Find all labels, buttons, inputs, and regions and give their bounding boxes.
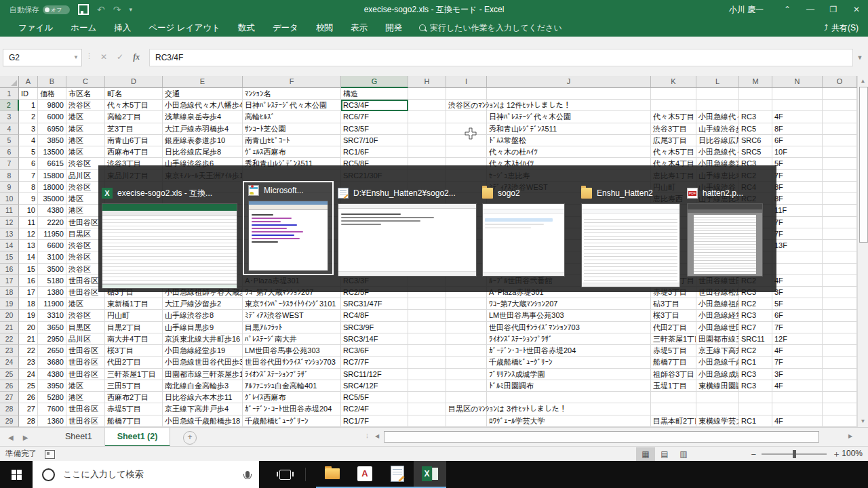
cell-B20[interactable]: 3310: [38, 310, 66, 321]
scroll-right-icon[interactable]: ▶: [845, 431, 856, 442]
cell-N20[interactable]: 6F: [772, 310, 823, 321]
cell-I29[interactable]: [446, 415, 487, 427]
scroll-left-icon[interactable]: ◀: [372, 431, 382, 442]
cell-H22[interactable]: [408, 333, 446, 345]
enter-icon[interactable]: ✓: [117, 52, 123, 62]
cell-E21[interactable]: 山手線目黒歩9: [163, 322, 243, 333]
cell-C22[interactable]: 品川区: [66, 333, 105, 345]
cell-F20[interactable]: ﾐﾃﾞｨｱｽ渋谷WEST: [243, 310, 341, 321]
cell-A14[interactable]: 13: [19, 240, 38, 251]
cell-H26[interactable]: [408, 380, 446, 392]
row-header-28[interactable]: 28: [0, 403, 19, 415]
qat-customize-icon[interactable]: ▾: [129, 6, 132, 13]
window-thumbnail-2[interactable]: D:¥Enshu_Hatten2¥sogo2...: [338, 188, 477, 277]
row-header-1[interactable]: 1: [0, 88, 19, 100]
row-header-7[interactable]: 7: [0, 158, 19, 169]
col-header-M[interactable]: M: [739, 76, 772, 88]
row-header-18[interactable]: 18: [0, 287, 19, 298]
cell-B5[interactable]: 3850: [38, 135, 66, 146]
cell-K22[interactable]: 三軒茶屋1丁目: [651, 333, 696, 345]
row-header-2[interactable]: 2: [0, 100, 19, 111]
cell-B19[interactable]: 11900: [38, 298, 66, 310]
cell-N19[interactable]: 5F: [772, 298, 823, 310]
cell-H20[interactable]: [408, 310, 446, 321]
window-thumbnail-0[interactable]: Xexecise-sogo2.xls - 互換...: [102, 188, 237, 289]
row-header-26[interactable]: 26: [0, 380, 19, 392]
cell-H2[interactable]: [408, 100, 446, 111]
row-header-9[interactable]: 9: [0, 182, 19, 193]
cell-N22[interactable]: 12F: [772, 333, 823, 345]
cell-O28[interactable]: [823, 403, 857, 415]
cell-L24[interactable]: 小田急線千歳船橋: [696, 357, 739, 368]
scroll-down-icon[interactable]: ▼: [858, 416, 868, 427]
cell-I22[interactable]: [446, 333, 487, 345]
cell-N9[interactable]: 8F: [772, 182, 823, 193]
col-header-A[interactable]: A: [19, 76, 38, 88]
cell-H1[interactable]: [408, 88, 446, 100]
cell-B6[interactable]: 13500: [38, 146, 66, 158]
sheet-nav-left-icon[interactable]: ◀: [8, 434, 14, 441]
account-name[interactable]: 小川 慶一: [729, 4, 764, 16]
cell-D28[interactable]: 赤堤5丁目: [105, 403, 163, 415]
cell-L26[interactable]: 東横線田園調布: [696, 380, 739, 392]
zoom-level[interactable]: 100%: [842, 447, 863, 462]
horizontal-scroll-thumb[interactable]: [384, 431, 819, 443]
cell-A28[interactable]: 27: [19, 403, 38, 415]
cell-C29[interactable]: 世田谷区: [66, 415, 105, 427]
cell-O22[interactable]: [823, 333, 857, 345]
tab-scroll-splitter[interactable]: ⫶: [366, 430, 372, 443]
cell-G19[interactable]: SRC31/47F: [341, 298, 408, 310]
cell-G5[interactable]: SRC7/10F: [341, 135, 408, 146]
cell-O29[interactable]: [823, 415, 857, 427]
cell-A26[interactable]: 25: [19, 380, 38, 392]
cell-B22[interactable]: 2950: [38, 333, 66, 345]
cell-E27[interactable]: 日比谷線六本木歩11: [163, 392, 243, 403]
cell-E3[interactable]: 浅草線泉岳寺歩4: [163, 111, 243, 123]
row-header-5[interactable]: 5: [0, 135, 19, 146]
cell-B16[interactable]: 3500: [38, 264, 66, 275]
cell-C20[interactable]: 渋谷区: [66, 310, 105, 321]
scroll-up-icon[interactable]: ▲: [858, 76, 868, 87]
ribbon-tab-3[interactable]: ページ レイアウト: [140, 19, 229, 37]
row-header-8[interactable]: 8: [0, 170, 19, 182]
zoom-in-icon[interactable]: ＋: [832, 448, 841, 460]
cell-H27[interactable]: [408, 392, 446, 403]
cell-D29[interactable]: 船橋7丁目: [105, 415, 163, 427]
cell-K23[interactable]: 赤堤5丁目: [651, 345, 696, 357]
col-header-H[interactable]: H: [408, 76, 446, 88]
col-header-L[interactable]: L: [696, 76, 739, 88]
cell-E23[interactable]: 小田急線経堂歩19: [163, 345, 243, 357]
cell-M1[interactable]: [739, 88, 772, 100]
cell-B17[interactable]: 5180: [38, 275, 66, 287]
cell-E20[interactable]: 山手線渋谷歩8: [163, 310, 243, 321]
cell-B10[interactable]: 35000: [38, 193, 66, 205]
formula-input[interactable]: RC3/4F: [149, 49, 853, 66]
cell-K6[interactable]: 代々木5丁目: [651, 146, 696, 158]
cell-A24[interactable]: 23: [19, 357, 38, 368]
col-header-N[interactable]: N: [772, 76, 823, 88]
zoom-slider[interactable]: − ＋: [751, 447, 841, 462]
cell-K5[interactable]: 広尾3丁目: [651, 135, 696, 146]
cell-N23[interactable]: 4F: [772, 345, 823, 357]
cell-K28[interactable]: [651, 403, 696, 415]
cell-H5[interactable]: [408, 135, 446, 146]
row-header-13[interactable]: 13: [0, 228, 19, 240]
cell-E6[interactable]: 日比谷線広尾歩8: [163, 146, 243, 158]
cell-E24[interactable]: 小田急線世田谷代田歩3: [163, 357, 243, 368]
cell-M5[interactable]: SRC6: [739, 135, 772, 146]
restore-button[interactable]: ❐: [822, 0, 845, 19]
cell-A12[interactable]: 11: [19, 217, 38, 228]
insert-function-icon[interactable]: fx: [133, 52, 140, 62]
cell-F28[interactable]: ｶﾞｰﾃﾞﾝ･ｺｰﾄ世田谷赤堤204: [243, 403, 341, 415]
cell-O12[interactable]: [823, 217, 857, 228]
macro-record-icon[interactable]: [45, 450, 55, 459]
cell-F27[interactable]: ｸﾞﾚｲｽ西麻布: [243, 392, 341, 403]
cell-M25[interactable]: RC3: [739, 369, 772, 380]
cell-A29[interactable]: 28: [19, 415, 38, 427]
cell-J24[interactable]: 千歳船橋ﾋﾞｭｰｸﾞﾘｰﾝ: [487, 357, 651, 368]
vertical-scrollbar[interactable]: ▲ ▼: [857, 76, 868, 427]
cell-B7[interactable]: 6615: [38, 158, 66, 169]
cell-F3[interactable]: 高輪ﾋﾙｽﾞ: [243, 111, 341, 123]
cell-A7[interactable]: 6: [19, 158, 38, 169]
cell-O2[interactable]: [823, 100, 857, 111]
